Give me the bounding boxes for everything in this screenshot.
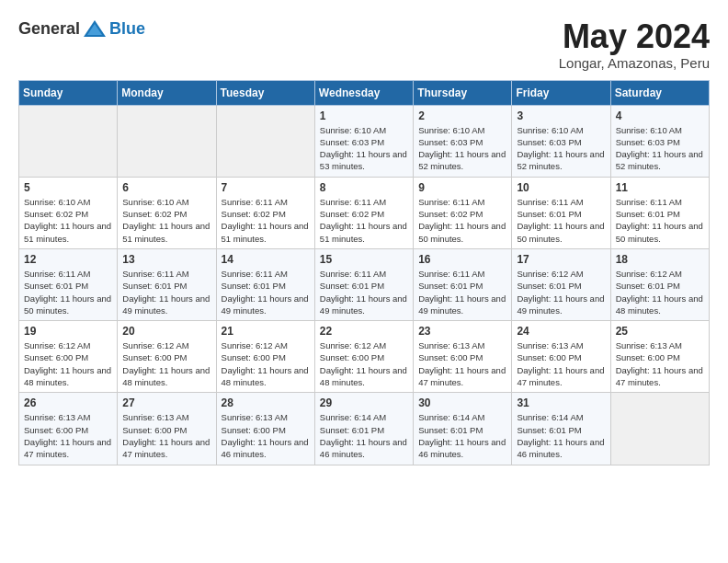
day-number: 23 (418, 325, 506, 338)
day-number: 9 (418, 181, 506, 194)
calendar-day-2: 2Sunrise: 6:10 AMSunset: 6:03 PMDaylight… (414, 105, 512, 177)
day-number: 11 (616, 181, 704, 194)
day-info: Sunrise: 6:11 AMSunset: 6:02 PMDaylight:… (418, 196, 506, 245)
weekday-header-tuesday: Tuesday (216, 80, 314, 105)
weekday-header-sunday: Sunday (19, 80, 118, 105)
day-info: Sunrise: 6:14 AMSunset: 6:01 PMDaylight:… (320, 411, 408, 460)
day-info: Sunrise: 6:13 AMSunset: 6:00 PMDaylight:… (418, 339, 506, 388)
calendar-week-1: 1Sunrise: 6:10 AMSunset: 6:03 PMDaylight… (19, 105, 710, 177)
calendar-day-22: 22Sunrise: 6:12 AMSunset: 6:00 PMDayligh… (314, 321, 413, 393)
day-info: Sunrise: 6:10 AMSunset: 6:03 PMDaylight:… (517, 124, 605, 173)
calendar-day-15: 15Sunrise: 6:11 AMSunset: 6:01 PMDayligh… (314, 248, 413, 320)
day-number: 8 (320, 181, 408, 194)
day-number: 19 (24, 325, 112, 338)
calendar-day-17: 17Sunrise: 6:12 AMSunset: 6:01 PMDayligh… (512, 248, 610, 320)
calendar-day-3: 3Sunrise: 6:10 AMSunset: 6:03 PMDaylight… (512, 105, 610, 177)
calendar-week-4: 19Sunrise: 6:12 AMSunset: 6:00 PMDayligh… (19, 321, 710, 393)
day-number: 28 (222, 396, 310, 409)
weekday-header-row: SundayMondayTuesdayWednesdayThursdayFrid… (19, 80, 710, 105)
day-number: 18 (616, 253, 704, 266)
calendar-day-10: 10Sunrise: 6:11 AMSunset: 6:01 PMDayligh… (512, 177, 610, 248)
day-info: Sunrise: 6:13 AMSunset: 6:00 PMDaylight:… (616, 339, 704, 388)
day-info: Sunrise: 6:13 AMSunset: 6:00 PMDaylight:… (122, 411, 210, 460)
day-number: 14 (222, 253, 310, 266)
month-title: May 2024 (559, 18, 710, 55)
day-info: Sunrise: 6:14 AMSunset: 6:01 PMDaylight:… (418, 411, 506, 460)
calendar-day-29: 29Sunrise: 6:14 AMSunset: 6:01 PMDayligh… (314, 393, 413, 465)
day-info: Sunrise: 6:11 AMSunset: 6:01 PMDaylight:… (24, 268, 112, 316)
calendar-day-19: 19Sunrise: 6:12 AMSunset: 6:00 PMDayligh… (19, 321, 118, 393)
day-info: Sunrise: 6:10 AMSunset: 6:03 PMDaylight:… (616, 124, 704, 173)
day-info: Sunrise: 6:12 AMSunset: 6:00 PMDaylight:… (24, 339, 112, 388)
day-info: Sunrise: 6:13 AMSunset: 6:00 PMDaylight:… (222, 411, 310, 460)
day-number: 31 (517, 396, 605, 409)
day-info: Sunrise: 6:11 AMSunset: 6:01 PMDaylight:… (616, 196, 704, 245)
calendar-day-21: 21Sunrise: 6:12 AMSunset: 6:00 PMDayligh… (216, 321, 314, 393)
weekday-header-monday: Monday (118, 80, 216, 105)
calendar-day-8: 8Sunrise: 6:11 AMSunset: 6:02 PMDaylight… (314, 177, 413, 248)
logo: General Blue (18, 18, 145, 39)
calendar-day-26: 26Sunrise: 6:13 AMSunset: 6:00 PMDayligh… (19, 393, 118, 465)
logo-icon (82, 18, 108, 39)
day-info: Sunrise: 6:11 AMSunset: 6:01 PMDaylight:… (222, 268, 310, 316)
calendar-week-2: 5Sunrise: 6:10 AMSunset: 6:02 PMDaylight… (19, 177, 710, 248)
day-number: 10 (517, 181, 605, 194)
day-number: 16 (418, 253, 506, 266)
logo-general-text: General (18, 19, 80, 39)
calendar-day-24: 24Sunrise: 6:13 AMSunset: 6:00 PMDayligh… (512, 321, 610, 393)
calendar-day-20: 20Sunrise: 6:12 AMSunset: 6:00 PMDayligh… (118, 321, 216, 393)
calendar-day-12: 12Sunrise: 6:11 AMSunset: 6:01 PMDayligh… (19, 248, 118, 320)
day-info: Sunrise: 6:10 AMSunset: 6:03 PMDaylight:… (320, 124, 408, 173)
day-info: Sunrise: 6:11 AMSunset: 6:01 PMDaylight:… (418, 268, 506, 316)
calendar-day-7: 7Sunrise: 6:11 AMSunset: 6:02 PMDaylight… (216, 177, 314, 248)
day-number: 6 (122, 181, 210, 194)
calendar-day-18: 18Sunrise: 6:12 AMSunset: 6:01 PMDayligh… (610, 248, 709, 320)
day-number: 3 (517, 109, 605, 122)
calendar-day-16: 16Sunrise: 6:11 AMSunset: 6:01 PMDayligh… (414, 248, 512, 320)
empty-cell (216, 105, 314, 177)
day-number: 21 (222, 325, 310, 338)
day-info: Sunrise: 6:11 AMSunset: 6:02 PMDaylight:… (222, 196, 310, 245)
day-info: Sunrise: 6:12 AMSunset: 6:01 PMDaylight:… (616, 268, 704, 316)
day-info: Sunrise: 6:12 AMSunset: 6:01 PMDaylight:… (517, 268, 605, 316)
calendar-day-25: 25Sunrise: 6:13 AMSunset: 6:00 PMDayligh… (610, 321, 709, 393)
calendar-day-6: 6Sunrise: 6:10 AMSunset: 6:02 PMDaylight… (118, 177, 216, 248)
empty-cell (118, 105, 216, 177)
day-info: Sunrise: 6:13 AMSunset: 6:00 PMDaylight:… (24, 411, 112, 460)
day-info: Sunrise: 6:11 AMSunset: 6:01 PMDaylight:… (320, 268, 408, 316)
day-number: 27 (122, 396, 210, 409)
day-number: 20 (122, 325, 210, 338)
location-title: Longar, Amazonas, Peru (559, 55, 710, 71)
calendar-day-30: 30Sunrise: 6:14 AMSunset: 6:01 PMDayligh… (414, 393, 512, 465)
calendar-body: 1Sunrise: 6:10 AMSunset: 6:03 PMDaylight… (19, 105, 710, 465)
calendar-day-11: 11Sunrise: 6:11 AMSunset: 6:01 PMDayligh… (610, 177, 709, 248)
calendar-day-9: 9Sunrise: 6:11 AMSunset: 6:02 PMDaylight… (414, 177, 512, 248)
calendar-day-5: 5Sunrise: 6:10 AMSunset: 6:02 PMDaylight… (19, 177, 118, 248)
day-info: Sunrise: 6:13 AMSunset: 6:00 PMDaylight:… (517, 339, 605, 388)
day-number: 1 (320, 109, 408, 122)
day-number: 2 (418, 109, 506, 122)
day-info: Sunrise: 6:12 AMSunset: 6:00 PMDaylight:… (222, 339, 310, 388)
day-number: 26 (24, 396, 112, 409)
calendar-table: SundayMondayTuesdayWednesdayThursdayFrid… (18, 80, 710, 465)
day-info: Sunrise: 6:10 AMSunset: 6:03 PMDaylight:… (418, 124, 506, 173)
day-number: 15 (320, 253, 408, 266)
day-number: 4 (616, 109, 704, 122)
day-info: Sunrise: 6:10 AMSunset: 6:02 PMDaylight:… (122, 196, 210, 245)
day-info: Sunrise: 6:11 AMSunset: 6:01 PMDaylight:… (517, 196, 605, 245)
empty-cell (610, 393, 709, 465)
day-info: Sunrise: 6:12 AMSunset: 6:00 PMDaylight:… (320, 339, 408, 388)
calendar-day-27: 27Sunrise: 6:13 AMSunset: 6:00 PMDayligh… (118, 393, 216, 465)
day-info: Sunrise: 6:14 AMSunset: 6:01 PMDaylight:… (517, 411, 605, 460)
calendar-day-23: 23Sunrise: 6:13 AMSunset: 6:00 PMDayligh… (414, 321, 512, 393)
day-number: 30 (418, 396, 506, 409)
day-info: Sunrise: 6:11 AMSunset: 6:01 PMDaylight:… (122, 268, 210, 316)
calendar-week-5: 26Sunrise: 6:13 AMSunset: 6:00 PMDayligh… (19, 393, 710, 465)
weekday-header-saturday: Saturday (610, 80, 709, 105)
title-block: May 2024 Longar, Amazonas, Peru (559, 18, 710, 71)
weekday-header-thursday: Thursday (414, 80, 512, 105)
calendar-day-31: 31Sunrise: 6:14 AMSunset: 6:01 PMDayligh… (512, 393, 610, 465)
day-number: 22 (320, 325, 408, 338)
page-header: General Blue May 2024 Longar, Amazonas, … (18, 18, 710, 71)
day-number: 5 (24, 181, 112, 194)
